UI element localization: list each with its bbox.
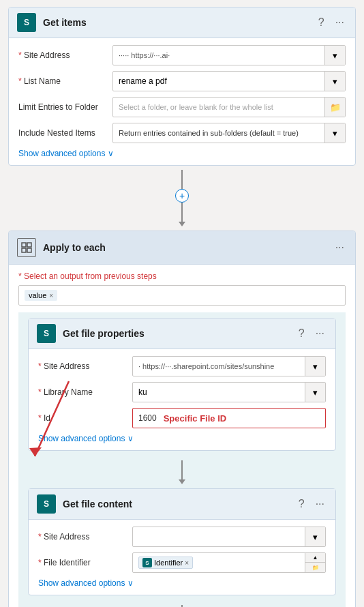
gfp-library-row: Library Name ku ▾ [38, 382, 326, 402]
gfc-site-row: Site Address ▾ [38, 527, 326, 547]
identifier-badge: S Identifier × [138, 557, 193, 569]
apply-header: Apply to each ··· [9, 231, 355, 265]
get-items-help-button[interactable]: ? [316, 15, 327, 30]
apply-more-button[interactable]: ··· [333, 240, 347, 255]
nested-dropdown[interactable]: ▾ [324, 123, 345, 143]
get-file-content-header: S Get file content ? ··· [29, 489, 335, 520]
get-file-props-icon: S [37, 324, 56, 343]
svg-rect-2 [22, 248, 26, 252]
gfc-site-dropdown[interactable]: ▾ [305, 527, 325, 546]
gfc-identifier-row: File Identifier S Identifier × [38, 552, 326, 573]
site-address-dropdown-1[interactable]: ▾ [324, 46, 345, 65]
list-name-field[interactable]: rename a pdf ▾ [112, 71, 346, 91]
apply-icon [17, 238, 36, 257]
get-file-props-body: Site Address · https://···.sharepoint.co… [29, 349, 335, 450]
gfp-site-field[interactable]: · https://···.sharepoint.com/sites/sunsh… [132, 356, 326, 376]
gfp-id-field[interactable]: 1600 Specific File ID [132, 408, 326, 428]
get-items-show-advanced[interactable]: Show advanced options ∨ [18, 149, 114, 158]
apply-body: * Select an output from previous steps v… [9, 265, 355, 607]
gfp-site-row: Site Address · https://···.sharepoint.co… [38, 356, 326, 376]
gfp-library-dropdown[interactable]: ▾ [305, 383, 325, 402]
apply-tag-input[interactable]: value × [18, 285, 346, 306]
add-step-button-1[interactable]: + [175, 189, 189, 203]
site-address-value-1: ····· https://···.ai· [113, 46, 324, 65]
get-file-content-card: S Get file content ? ··· Site Address [28, 488, 336, 595]
get-file-props-header: S Get file properties ? ··· [29, 319, 335, 349]
inner-arrow-1 [179, 479, 185, 484]
get-file-props-title: Get file properties [63, 328, 289, 339]
get-items-body: Site Address ····· https://···.ai· ▾ Lis… [9, 38, 355, 165]
svg-rect-0 [22, 243, 26, 247]
apply-title: Apply to each [43, 242, 326, 253]
get-items-list-name-row: List Name rename a pdf ▾ [18, 71, 346, 91]
get-file-content-actions: ? ··· [296, 497, 327, 512]
gfc-site-field[interactable]: ▾ [132, 527, 326, 547]
gfp-library-field[interactable]: ku ▾ [132, 382, 326, 402]
gfc-identifier-field[interactable]: S Identifier × ▲ 📁 [132, 552, 326, 573]
get-file-content-icon: S [37, 494, 56, 514]
svg-rect-3 [27, 248, 31, 252]
connector-line-1 [181, 170, 183, 189]
get-file-props-more[interactable]: ··· [313, 326, 327, 341]
get-items-icon: S [17, 13, 36, 32]
gfc-site-value [133, 527, 305, 546]
identifier-close[interactable]: × [185, 559, 189, 567]
apply-inner-content: S Get file properties ? ··· Site Address [18, 312, 346, 607]
list-name-value: rename a pdf [113, 72, 324, 91]
get-items-site-address-row: Site Address ····· https://···.ai· ▾ [18, 45, 346, 65]
gfp-site-label: Site Address [38, 361, 127, 371]
gfc-site-label: Site Address [38, 532, 127, 542]
get-file-props-actions: ? ··· [296, 326, 327, 341]
gfc-upload-side: ▲ 📁 [305, 553, 325, 572]
connector-arrow-1 [179, 222, 185, 226]
inner-connector-1 [28, 456, 336, 488]
gfp-library-label: Library Name [38, 387, 127, 397]
gfc-identifier-label: File Identifier [38, 558, 127, 567]
get-file-content-more[interactable]: ··· [313, 497, 327, 512]
gfp-site-dropdown[interactable]: ▾ [305, 357, 325, 376]
get-file-properties-card: S Get file properties ? ··· Site Address [28, 318, 336, 451]
nested-field[interactable]: Return entries contained in sub-folders … [112, 123, 346, 143]
get-file-content-help[interactable]: ? [296, 497, 307, 512]
gfp-id-value: 1600 Specific File ID [133, 409, 325, 428]
gfp-id-row: Id 1600 Specific File ID [38, 408, 326, 428]
get-file-props-show-advanced[interactable]: Show advanced options ∨ [38, 434, 134, 443]
gfp-id-label: Id [38, 413, 127, 423]
limit-folder-value: Select a folder, or leave blank for the … [113, 98, 324, 117]
limit-folder-field[interactable]: Select a folder, or leave blank for the … [112, 97, 346, 117]
apply-to-each-card: Apply to each ··· * Select an output fro… [8, 231, 356, 607]
inner-connector-2 [28, 601, 336, 607]
identifier-badge-text: Identifier [154, 559, 183, 567]
gfp-site-value: · https://···.sharepoint.com/sites/sunsh… [133, 357, 305, 376]
get-items-card: S Get items ? ··· Site Address ····· htt… [8, 7, 356, 166]
limit-folder-btn[interactable]: 📁 [324, 98, 345, 117]
get-items-header: S Get items ? ··· [9, 8, 355, 38]
get-items-limit-folder-row: Limit Entries to Folder Select a folder,… [18, 97, 346, 117]
upload-folder-btn[interactable]: 📁 [305, 563, 325, 572]
gfc-identifier-value: S Identifier × [133, 553, 305, 572]
list-name-label: List Name [18, 76, 107, 86]
tag-close-button[interactable]: × [49, 292, 53, 299]
flow-canvas: S Get items ? ··· Site Address ····· htt… [7, 7, 357, 607]
apply-actions: ··· [333, 240, 347, 255]
get-items-nested-row: Include Nested Items Return entries cont… [18, 123, 346, 143]
identifier-badge-icon: S [142, 558, 152, 567]
get-file-content-body: Site Address ▾ File Identifier [29, 520, 335, 595]
get-file-content-show-advanced[interactable]: Show advanced options ∨ [38, 578, 134, 588]
apply-value-tag: value × [25, 290, 57, 301]
inner-line-1 [181, 460, 183, 479]
nested-label: Include Nested Items [18, 128, 107, 138]
get-items-more-button[interactable]: ··· [333, 15, 347, 30]
gfp-library-value: ku [133, 383, 305, 402]
list-name-dropdown[interactable]: ▾ [324, 72, 345, 91]
apply-select-label: * Select an output from previous steps [18, 271, 346, 281]
get-items-title: Get items [43, 17, 309, 28]
get-file-content-title: Get file content [63, 499, 289, 509]
get-file-props-help[interactable]: ? [296, 326, 307, 341]
connector-1: + [175, 166, 189, 231]
svg-rect-1 [27, 243, 31, 247]
upload-up-btn[interactable]: ▲ [305, 553, 325, 563]
site-address-label-1: Site Address [18, 50, 107, 60]
limit-folder-label: Limit Entries to Folder [18, 102, 107, 112]
site-address-field-1[interactable]: ····· https://···.ai· ▾ [112, 45, 346, 65]
